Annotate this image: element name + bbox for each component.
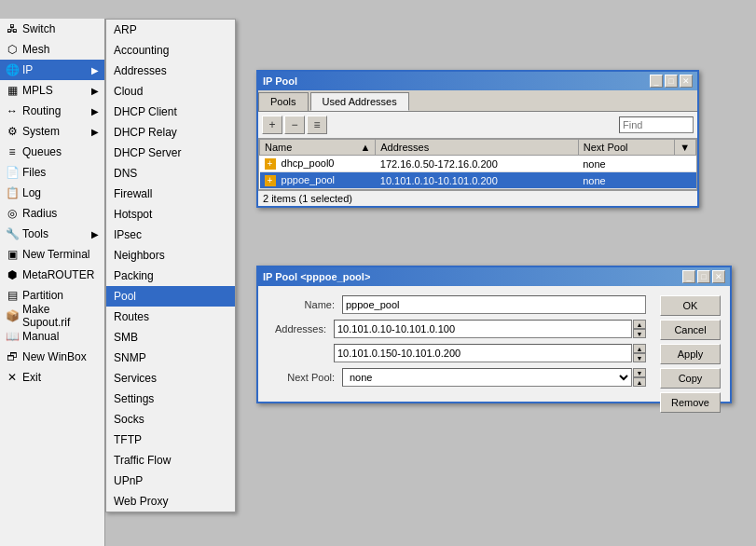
submenu-dhcp-relay[interactable]: DHCP Relay bbox=[106, 122, 235, 143]
close-button[interactable]: ✕ bbox=[680, 75, 693, 88]
spin-up-2[interactable]: ▲ bbox=[633, 344, 646, 353]
submenu-dhcp-server[interactable]: DHCP Server bbox=[106, 143, 235, 163]
select-up-btn[interactable]: ▲ bbox=[633, 377, 646, 387]
apply-button[interactable]: Apply bbox=[660, 344, 721, 364]
submenu-routes[interactable]: Routes bbox=[106, 307, 235, 327]
cell-name-selected: + pppoe_pool bbox=[260, 172, 376, 189]
system-arrow: ▶ bbox=[91, 127, 99, 137]
name-input[interactable] bbox=[342, 295, 646, 314]
detail-close-button[interactable]: ✕ bbox=[712, 270, 725, 283]
submenu-web-proxy[interactable]: Web Proxy bbox=[106, 491, 235, 512]
ip-arrow: ▶ bbox=[91, 65, 99, 75]
system-icon: ⚙ bbox=[6, 125, 19, 138]
sidebar-item-manual[interactable]: 📖 Manual bbox=[0, 326, 104, 347]
minimize-button[interactable]: _ bbox=[650, 75, 663, 88]
detail-maximize-button[interactable]: □ bbox=[697, 270, 710, 283]
submenu-settings[interactable]: Settings bbox=[106, 389, 235, 409]
sidebar-item-newterminal[interactable]: ▣ New Terminal bbox=[0, 244, 104, 265]
submenu-firewall[interactable]: Firewall bbox=[106, 184, 235, 204]
submenu-services[interactable]: Services bbox=[106, 368, 235, 389]
sidebar-item-system[interactable]: ⚙ System ▶ bbox=[0, 121, 104, 142]
submenu-arp[interactable]: ARP bbox=[106, 20, 235, 40]
sidebar-item-mesh[interactable]: ⬡ Mesh bbox=[0, 39, 104, 60]
submenu-ipsec[interactable]: IPsec bbox=[106, 225, 235, 245]
metarouter-icon: ⬢ bbox=[6, 268, 19, 281]
sidebar-item-supout[interactable]: 📦 Make Supout.rif bbox=[0, 306, 104, 326]
ok-button[interactable]: OK bbox=[660, 295, 721, 316]
address2-input[interactable] bbox=[334, 344, 632, 362]
sidebar-item-mpls[interactable]: ▦ MPLS ▶ bbox=[0, 80, 104, 101]
cell-empty-selected bbox=[675, 172, 696, 189]
spin-down-1[interactable]: ▼ bbox=[633, 329, 646, 338]
submenu-snmp[interactable]: SNMP bbox=[106, 348, 235, 368]
cell-next-pool: none bbox=[578, 156, 675, 172]
submenu-accounting[interactable]: Accounting bbox=[106, 40, 235, 61]
filter-button[interactable]: ≡ bbox=[307, 116, 327, 134]
tab-used-addresses[interactable]: Used Addresses bbox=[310, 92, 409, 111]
sidebar-item-ip[interactable]: 🌐 IP ▶ bbox=[0, 60, 104, 80]
addresses-row: Addresses: ▲ ▼ bbox=[268, 320, 646, 338]
cell-empty bbox=[675, 156, 696, 172]
submenu-addresses[interactable]: Addresses bbox=[106, 61, 235, 81]
remove-button[interactable]: Remove bbox=[660, 392, 721, 413]
ip-icon: 🌐 bbox=[6, 63, 19, 76]
submenu-packing[interactable]: Packing bbox=[106, 266, 235, 286]
routing-arrow: ▶ bbox=[91, 106, 99, 116]
table-row[interactable]: + pppoe_pool 10.101.0.10-10.101.0.200 no… bbox=[260, 172, 696, 189]
submenu-cloud[interactable]: Cloud bbox=[106, 81, 235, 102]
submenu-neighbors[interactable]: Neighbors bbox=[106, 245, 235, 266]
address1-container: ▲ ▼ bbox=[334, 320, 646, 338]
sidebar-item-log[interactable]: 📋 Log bbox=[0, 183, 104, 203]
find-input[interactable] bbox=[619, 116, 694, 133]
tab-pools[interactable]: Pools bbox=[258, 92, 309, 111]
submenu-smb[interactable]: SMB bbox=[106, 327, 235, 348]
detail-titlebar[interactable]: IP Pool <pppoe_pool> _ □ ✕ bbox=[258, 267, 730, 286]
ip-pool-window: IP Pool _ □ ✕ Pools Used Addresses + − ≡… bbox=[256, 70, 699, 208]
sidebar-item-metarouter[interactable]: ⬢ MetaROUTER bbox=[0, 265, 104, 285]
copy-button[interactable]: Copy bbox=[660, 368, 721, 389]
detail-minimize-button[interactable]: _ bbox=[682, 270, 695, 283]
add-button[interactable]: + bbox=[262, 116, 282, 134]
sidebar-item-radius[interactable]: ◎ Radius bbox=[0, 203, 104, 224]
sidebar-item-switch[interactable]: 🖧 Switch bbox=[0, 19, 104, 39]
submenu-hotspot[interactable]: Hotspot bbox=[106, 204, 235, 225]
sidebar-item-queues[interactable]: ≡ Queues bbox=[0, 142, 104, 162]
ip-pool-tabs: Pools Used Addresses bbox=[258, 90, 697, 112]
ip-pool-titlebar[interactable]: IP Pool _ □ ✕ bbox=[258, 72, 697, 90]
cancel-button[interactable]: Cancel bbox=[660, 320, 721, 340]
submenu-dhcp-client[interactable]: DHCP Client bbox=[106, 102, 235, 122]
maximize-button[interactable]: □ bbox=[665, 75, 678, 88]
next-pool-label: Next Pool: bbox=[268, 372, 342, 383]
tools-icon: 🔧 bbox=[6, 227, 19, 240]
next-pool-container: none ▼ ▲ bbox=[342, 368, 646, 387]
next-pool-select[interactable]: none bbox=[342, 368, 632, 387]
mesh-icon: ⬡ bbox=[6, 43, 19, 56]
sidebar-item-files[interactable]: 📄 Files bbox=[0, 162, 104, 183]
cell-name: + dhcp_pool0 bbox=[260, 156, 376, 172]
sidebar: 🖧 Switch ⬡ Mesh 🌐 IP ▶ ▦ MPLS ▶ ↔ Routin… bbox=[0, 19, 105, 546]
submenu-upnp[interactable]: UPnP bbox=[106, 471, 235, 491]
remove-button[interactable]: − bbox=[284, 116, 305, 134]
sidebar-item-exit[interactable]: ✕ Exit bbox=[0, 367, 104, 388]
spin-down-2[interactable]: ▼ bbox=[633, 353, 646, 362]
ip-pool-detail-window: IP Pool <pppoe_pool> _ □ ✕ OK Cancel App… bbox=[256, 266, 732, 403]
address1-input[interactable] bbox=[334, 320, 632, 338]
select-down-btn[interactable]: ▼ bbox=[633, 368, 646, 377]
submenu-tftp[interactable]: TFTP bbox=[106, 430, 235, 450]
submenu-socks[interactable]: Socks bbox=[106, 409, 235, 430]
submenu-pool[interactable]: Pool bbox=[106, 286, 235, 307]
sidebar-item-routing[interactable]: ↔ Routing ▶ bbox=[0, 101, 104, 121]
table-row[interactable]: + dhcp_pool0 172.16.0.50-172.16.0.200 no… bbox=[260, 156, 696, 172]
submenu-traffic-flow[interactable]: Traffic Flow bbox=[106, 450, 235, 471]
files-icon: 📄 bbox=[6, 166, 19, 179]
sidebar-item-tools[interactable]: 🔧 Tools ▶ bbox=[0, 224, 104, 244]
sidebar-item-winbox[interactable]: 🗗 New WinBox bbox=[0, 347, 104, 367]
submenu-dns[interactable]: DNS bbox=[106, 163, 235, 184]
tools-arrow: ▶ bbox=[91, 229, 99, 239]
detail-title: IP Pool <pppoe_pool> bbox=[263, 271, 370, 282]
spin-up-1[interactable]: ▲ bbox=[633, 320, 646, 329]
queues-icon: ≡ bbox=[6, 145, 19, 158]
name-row: Name: bbox=[268, 295, 646, 314]
pool-toolbar: + − ≡ bbox=[258, 112, 697, 138]
sort-icon: ▲ bbox=[360, 142, 370, 153]
